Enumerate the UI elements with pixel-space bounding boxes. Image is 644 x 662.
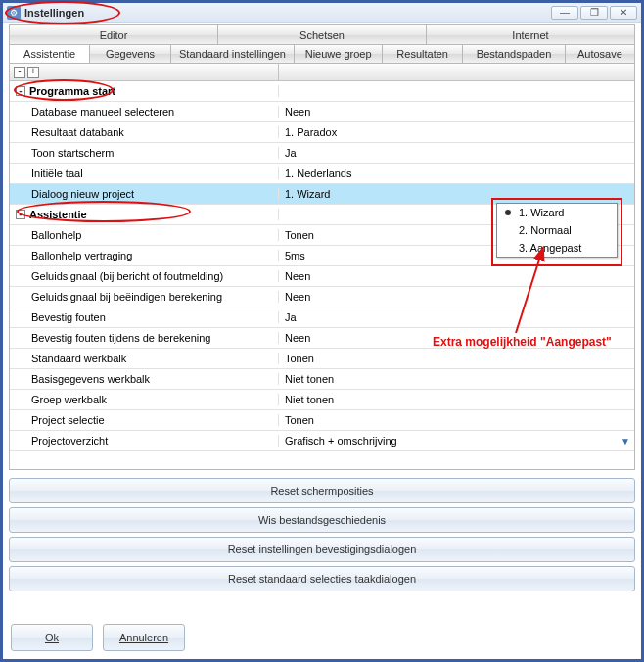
reset-positions-button[interactable]: Reset schermposities [9, 478, 635, 503]
tab-resultaten[interactable]: Resultaten [383, 45, 463, 63]
expand-all-button[interactable]: + [27, 67, 39, 78]
setting-value: 1. Nederlands [279, 167, 634, 179]
setting-value-dropdown[interactable]: 1. Wizard [279, 188, 634, 200]
dropdown-item[interactable]: 1. Wizard [497, 204, 617, 221]
setting-label: Bevestig fouten tijdens de berekening [10, 332, 279, 344]
setting-value: Neen [279, 106, 634, 118]
setting-label: Basisgegevens werkbalk [10, 373, 279, 385]
setting-value: Niet tonen [279, 373, 634, 385]
chevron-down-icon[interactable]: ▼ [621, 436, 630, 447]
setting-value: 1. Paradox [279, 126, 634, 138]
setting-label: Projectoverzicht [10, 435, 279, 447]
setting-label: Groep werkbalk [10, 394, 279, 405]
tab-gegevens[interactable]: Gegevens [90, 45, 170, 63]
action-buttons-panel: Reset schermposities Wis bestandsgeschie… [9, 478, 635, 591]
setting-label: Standaard werkbalk [10, 353, 279, 364]
setting-row[interactable]: Standaard werkbalkTonen [10, 349, 634, 369]
setting-value: Grafisch + omschrijving [279, 435, 634, 447]
collapse-icon[interactable]: - [16, 210, 25, 219]
grid-header: - + [10, 64, 634, 81]
setting-label: Ballonhelp vertraging [10, 250, 279, 261]
setting-row[interactable]: Project selectieTonen [10, 410, 634, 431]
setting-value: Neen [279, 291, 634, 303]
grid-body[interactable]: -Programma start Database manueel select… [10, 81, 634, 470]
setting-row-selected[interactable]: Dialoog nieuw project 1. Wizard [10, 184, 634, 205]
setting-value: Neen [279, 270, 634, 282]
tab-row-top: Editor Schetsen Internet [9, 24, 635, 44]
ok-button[interactable]: Ok [11, 624, 93, 651]
cancel-button[interactable]: Annuleren [103, 624, 185, 651]
setting-row[interactable]: Basisgegevens werkbalkNiet tonen [10, 369, 634, 390]
setting-row[interactable]: Resultaat databank1. Paradox [10, 122, 634, 143]
setting-row[interactable]: Projectoverzicht Grafisch + omschrijving… [10, 431, 634, 451]
reset-task-dialogs-button[interactable]: Reset standaard selecties taakdialogen [9, 566, 635, 591]
tab-standaard-instellingen[interactable]: Standaard instellingen [171, 45, 296, 63]
setting-label: Project selectie [10, 414, 279, 426]
setting-label: Resultaat databank [10, 126, 279, 138]
tab-assistentie[interactable]: Assistentie [10, 45, 90, 63]
clear-history-button[interactable]: Wis bestandsgeschiedenis [9, 507, 635, 533]
group-name: Programma start [29, 85, 115, 97]
group-name: Assistentie [29, 209, 87, 220]
tab-row-bottom: Assistentie Gegevens Standaard instellin… [9, 44, 635, 64]
group-header[interactable]: -Programma start [10, 81, 634, 102]
collapse-icon[interactable]: - [16, 86, 25, 96]
setting-row[interactable]: Bevestig fouten tijdens de berekeningNee… [10, 328, 634, 349]
tab-schetsen[interactable]: Schetsen [218, 25, 427, 44]
setting-label: Geluidsignaal (bij bericht of foutmeldin… [10, 270, 279, 282]
setting-value: Neen [279, 332, 634, 344]
setting-label: Ballonhelp [10, 229, 279, 241]
reset-confirm-dialogs-button[interactable]: Reset instellingen bevestigingsdialogen [9, 537, 635, 562]
setting-row[interactable]: Initiële taal1. Nederlands [10, 164, 634, 184]
settings-grid: - + -Programma start Database manueel se… [9, 64, 635, 470]
setting-value: Ja [279, 147, 634, 159]
setting-row[interactable]: Geluidsignaal (bij bericht of foutmeldin… [10, 266, 634, 287]
tab-bestandspaden[interactable]: Bestandspaden [463, 45, 565, 63]
window-title: Instellingen [24, 7, 84, 19]
tab-internet[interactable]: Internet [427, 25, 634, 44]
setting-label: Geluidsignaal bij beëindigen berekening [10, 291, 279, 303]
window-frame: ⚙ Instellingen — ❐ ✕ Editor Schetsen Int… [0, 0, 644, 662]
collapse-all-button[interactable]: - [14, 67, 25, 78]
setting-label: Dialoog nieuw project [10, 188, 279, 200]
setting-label: Bevestig fouten [10, 311, 279, 323]
setting-row[interactable]: Database manueel selecterenNeen [10, 102, 634, 122]
bullet-icon [505, 210, 511, 215]
setting-value: Niet tonen [279, 394, 634, 405]
dropdown-popup[interactable]: 1. Wizard 2. Normaal 3. Aangepast [496, 203, 618, 258]
tab-editor[interactable]: Editor [10, 25, 218, 44]
setting-value: Ja [279, 311, 634, 323]
dropdown-item[interactable]: 3. Aangepast [497, 239, 617, 257]
setting-label: Initiële taal [10, 167, 279, 179]
dropdown-item[interactable]: 2. Normaal [497, 221, 617, 239]
maximize-button[interactable]: ❐ [580, 6, 608, 20]
footer-buttons: Ok Annuleren [11, 624, 185, 651]
settings-icon: ⚙ [7, 6, 21, 20]
setting-value: Tonen [279, 414, 634, 426]
close-button[interactable]: ✕ [610, 6, 637, 20]
tab-nieuwe-groep[interactable]: Nieuwe groep [295, 45, 383, 63]
setting-value: Tonen [279, 353, 634, 364]
setting-row[interactable]: Toon startschermJa [10, 143, 634, 164]
tab-autosave[interactable]: Autosave [566, 45, 634, 63]
setting-label: Toon startscherm [10, 147, 279, 159]
setting-row[interactable]: Groep werkbalkNiet tonen [10, 390, 634, 410]
setting-label: Database manueel selecteren [10, 106, 279, 118]
setting-row[interactable]: Bevestig foutenJa [10, 307, 634, 328]
setting-row[interactable]: Geluidsignaal bij beëindigen berekeningN… [10, 287, 634, 307]
minimize-button[interactable]: — [551, 6, 578, 20]
titlebar: ⚙ Instellingen — ❐ ✕ [3, 3, 641, 23]
